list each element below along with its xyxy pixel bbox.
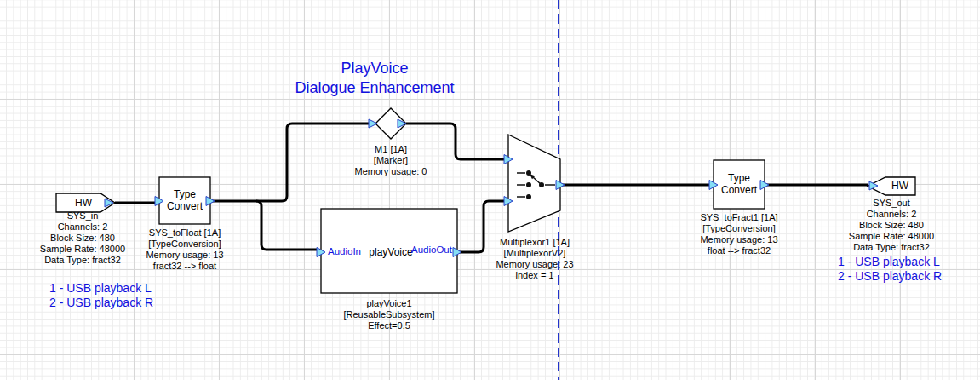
sys-tofract-caption: SYS_toFract1 [1A] [TypeConversion] Memor… [700, 212, 777, 256]
sys-tofract-label: Type Convert [721, 172, 757, 196]
sys-tofloat-caption: SYS_toFloat [1A] [TypeConversion] Memory… [146, 227, 223, 272]
playvoice-caption: playVoice1 [ReusableSubsystem] Effect=0.… [344, 298, 435, 331]
sys-tofloat-label: Type Convert [167, 188, 203, 212]
diagram-shapes [0, 0, 980, 380]
multiplexor-caption: Multiplexor1 [1A] [MultiplexorV2] Memory… [496, 237, 573, 281]
playvoice-name: playVoice [369, 246, 412, 258]
sys-in-label: HW [75, 197, 92, 209]
wire-typeconvert-to-playvoice[interactable] [256, 201, 318, 250]
diagram-title: PlayVoice Dialogue Enhancement [295, 59, 454, 98]
multiplexor-block[interactable] [504, 135, 565, 232]
input-port-icon[interactable] [369, 119, 377, 128]
playvoice-input-port-label: AudioIn [328, 246, 361, 257]
diagram-canvas[interactable]: PlayVoice Dialogue Enhancement HW SYS_in… [0, 0, 980, 380]
sys-in-caption: SYS_in Channels: 2 Block Size: 480 Sampl… [40, 210, 125, 266]
sys-out-label: HW [891, 180, 908, 192]
output-channels-annotation: 1 - USB playback L 2 - USB playback R [838, 255, 942, 284]
sys-out-caption: SYS_out Channels: 2 Block Size: 480 Samp… [849, 198, 934, 253]
playvoice-output-port-label: AudioOut [411, 245, 452, 256]
input-channels-annotation: 1 - USB playback L 2 - USB playback R [49, 281, 153, 310]
wire-typeconvert-to-marker[interactable] [210, 124, 372, 201]
marker-block[interactable] [369, 108, 406, 139]
marker-caption: M1 [1A] [Marker] Memory usage: 0 [355, 144, 427, 177]
